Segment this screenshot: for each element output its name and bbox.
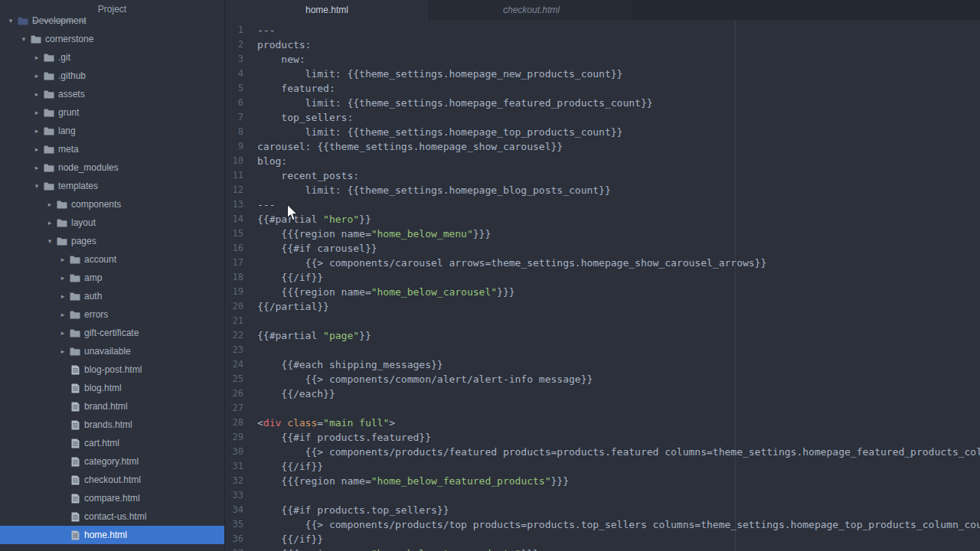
tree-item--github[interactable]: ▸.github — [0, 67, 224, 85]
tree-item-assets[interactable]: ▸assets — [0, 85, 224, 103]
code-line-22[interactable]: {{#partial "page"}} — [257, 328, 980, 343]
chevron-right-icon[interactable]: ▸ — [57, 287, 69, 305]
code-line-24[interactable]: {{#each shipping_messages}} — [257, 357, 980, 372]
code-line-15[interactable]: {{{region name="home_below_menu"}}} — [257, 227, 980, 241]
code-line-29[interactable]: {{#if products.featured}} — [257, 430, 980, 445]
chevron-right-icon[interactable]: ▸ — [44, 214, 56, 232]
chevron-right-icon[interactable]: ▸ — [57, 324, 69, 342]
tree-item--git[interactable]: ▸.git — [0, 48, 224, 67]
line-number: 10 — [225, 154, 253, 168]
code-line-27[interactable] — [257, 401, 980, 416]
tree-item-layout[interactable]: ▸layout — [0, 214, 224, 232]
code-token: {{#each shipping_messages}} — [257, 359, 443, 370]
code-line-16[interactable]: {{#if carousel}} — [257, 241, 980, 256]
tree-item-node-modules[interactable]: ▸node_modules — [0, 158, 224, 177]
code-line-9[interactable]: carousel: {{theme_settings.homepage_show… — [257, 139, 980, 154]
tree-item-auth[interactable]: ▸auth — [0, 287, 224, 305]
chevron-down-icon[interactable]: ▾ — [44, 232, 56, 250]
code-line-19[interactable]: {{{region name="home_below_carousel"}}} — [257, 285, 980, 299]
code-line-12[interactable]: limit: {{theme_settings.homepage_blog_po… — [257, 183, 980, 197]
tree-item-category-html[interactable]: category.html — [0, 452, 224, 471]
chevron-right-icon[interactable]: ▸ — [31, 48, 43, 67]
code-line-37[interactable]: {{{region name="home_below_top_products"… — [257, 546, 980, 551]
chevron-right-icon[interactable]: ▸ — [31, 85, 43, 103]
code-line-5[interactable]: featured: — [257, 81, 980, 96]
tree-item-label: amp — [84, 272, 102, 283]
code-line-18[interactable]: {{/if}} — [257, 270, 980, 285]
code-line-2[interactable]: products: — [257, 37, 980, 52]
code-line-11[interactable]: recent_posts: — [257, 168, 980, 183]
tab-home-html[interactable]: home.html — [225, 0, 430, 20]
code-line-14[interactable]: {{#partial "hero"}} — [257, 212, 980, 227]
tree-item-errors[interactable]: ▸errors — [0, 305, 224, 324]
chevron-right-icon[interactable]: ▸ — [31, 140, 43, 158]
code-line-26[interactable]: {{/each}} — [257, 386, 980, 401]
code-line-3[interactable]: new: — [257, 52, 980, 67]
tree-item-lang[interactable]: ▸lang — [0, 122, 224, 140]
code-line-36[interactable]: {{/if}} — [257, 532, 980, 546]
code-line-21[interactable] — [257, 314, 980, 328]
code-line-30[interactable]: {{> components/products/featured product… — [257, 445, 980, 459]
tree-item-home-html[interactable]: home.html — [0, 526, 224, 544]
tree-item-blog-post-html[interactable]: blog-post.html — [0, 360, 224, 379]
chevron-down-icon[interactable]: ▾ — [31, 177, 43, 195]
line-number: 12 — [225, 183, 253, 197]
chevron-right-icon[interactable]: ▸ — [31, 122, 43, 140]
chevron-right-icon[interactable]: ▸ — [57, 269, 69, 287]
tree-item-gift-certificate[interactable]: ▸gift-certificate — [0, 324, 224, 342]
chevron-right-icon[interactable]: ▸ — [31, 67, 43, 85]
tree-item-account[interactable]: ▸account — [0, 250, 224, 269]
tree-item-amp[interactable]: ▸amp — [0, 269, 224, 287]
code-line-20[interactable]: {{/partial}} — [257, 299, 980, 314]
chevron-right-icon[interactable]: ▸ — [31, 158, 43, 177]
code-line-7[interactable]: top_sellers: — [257, 110, 980, 125]
tree-item-brand-html[interactable]: brand.html — [0, 397, 224, 416]
tree-item-unavailable[interactable]: ▸unavailable — [0, 342, 224, 360]
code-line-35[interactable]: {{> components/products/top products=pro… — [257, 517, 980, 532]
chevron-right-icon[interactable]: ▸ — [31, 103, 43, 122]
tree-item-checkout-html[interactable]: checkout.html — [0, 471, 224, 489]
code-line-4[interactable]: limit: {{theme_settings.homepage_new_pro… — [257, 67, 980, 81]
code-line-25[interactable]: {{> components/common/alert/alert-info m… — [257, 372, 980, 386]
chevron-right-icon[interactable]: ▸ — [44, 195, 56, 214]
tab-checkout-html[interactable]: checkout.html — [430, 0, 634, 20]
code-line-23[interactable] — [257, 343, 980, 357]
tree-item-components[interactable]: ▸components — [0, 195, 224, 214]
code-line-1[interactable]: --- — [257, 23, 980, 37]
tree-item-cart-html[interactable]: cart.html — [0, 434, 224, 452]
code-line-28[interactable]: <div class="main full"> — [257, 416, 980, 430]
code-line-34[interactable]: {{#if products.top_sellers}} — [257, 503, 980, 517]
folder-icon — [43, 53, 55, 62]
line-number: 24 — [225, 357, 253, 372]
tree-item-cornerstone[interactable]: ▾cornerstone — [0, 30, 224, 48]
folder-icon — [43, 90, 55, 99]
folder-icon — [56, 200, 68, 209]
code-token: "page" — [323, 330, 359, 341]
code-line-6[interactable]: limit: {{theme_settings.homepage_feature… — [257, 96, 980, 110]
code-lines[interactable]: ---products: new: limit: {{theme_setting… — [253, 20, 980, 551]
code-line-8[interactable]: limit: {{theme_settings.homepage_top_pro… — [257, 125, 980, 139]
code-line-33[interactable] — [257, 488, 980, 503]
tree-item-meta[interactable]: ▸meta — [0, 140, 224, 158]
chevron-right-icon[interactable]: ▸ — [57, 305, 69, 324]
tree-item-templates[interactable]: ▾templates — [0, 177, 224, 195]
code-line-17[interactable]: {{> components/carousel arrows=theme_set… — [257, 256, 980, 270]
chevron-right-icon[interactable]: ▸ — [57, 342, 69, 360]
tree-item-grunt[interactable]: ▸grunt — [0, 103, 224, 122]
project-panel-header[interactable]: Project — [0, 0, 224, 18]
tree-item-blog-html[interactable]: blog.html — [0, 379, 224, 397]
chevron-right-icon[interactable]: ▸ — [57, 250, 69, 269]
tree-item-contact-us-html[interactable]: contact-us.html — [0, 507, 224, 526]
line-number: 25 — [225, 372, 253, 386]
code-line-31[interactable]: {{/if}} — [257, 459, 980, 474]
tree-item-brands-html[interactable]: brands.html — [0, 416, 224, 434]
tree-item-pages[interactable]: ▾pages — [0, 232, 224, 250]
editor-body[interactable]: 1234567891011121314151617181920212223242… — [225, 20, 980, 551]
code-token: = — [317, 417, 323, 429]
chevron-down-icon[interactable]: ▾ — [18, 30, 30, 48]
code-line-32[interactable]: {{{region name="home_below_featured_prod… — [257, 474, 980, 488]
code-line-10[interactable]: blog: — [257, 154, 980, 168]
folder-icon — [69, 292, 81, 301]
tree-item-compare-html[interactable]: compare.html — [0, 489, 224, 507]
code-line-13[interactable]: --- — [257, 197, 980, 212]
